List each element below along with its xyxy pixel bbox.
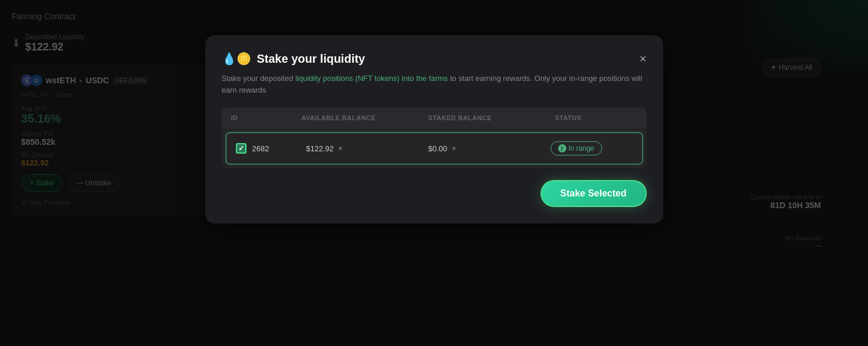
table-row: ✓ 2682 $122.92 ▼ $0.00 ▼ i In range <box>225 132 643 165</box>
modal-token-icons: 💧🪙 <box>222 52 251 66</box>
status-text: In range <box>569 144 595 152</box>
th-status: STATUS <box>555 114 637 121</box>
status-cell: i In range <box>550 141 633 155</box>
modal-title: Stake your liquidity <box>257 52 365 66</box>
modal-description: Stake your deposited liquidity positions… <box>222 73 647 96</box>
th-available-balance: AVAILABLE BALANCE <box>302 114 428 121</box>
position-table: ID AVAILABLE BALANCE STAKED BALANCE STAT… <box>222 107 647 168</box>
stake-selected-button[interactable]: Stake Selected <box>541 180 647 207</box>
modal-title-row: 💧🪙 Stake your liquidity <box>222 52 365 66</box>
th-staked-balance: STAKED BALANCE <box>428 114 555 121</box>
info-icon: i <box>558 144 566 152</box>
modal-close-button[interactable]: × <box>640 53 647 65</box>
row-id: 2682 <box>252 144 269 153</box>
staked-balance-cell: $0.00 ▼ <box>428 144 550 153</box>
row-checkbox[interactable]: ✓ <box>236 143 246 154</box>
available-balance-cell: $122.92 ▼ <box>306 144 428 153</box>
stake-liquidity-modal: 💧🪙 Stake your liquidity × Stake your dep… <box>205 35 663 223</box>
th-id: ID <box>231 114 302 121</box>
available-balance-value: $122.92 <box>306 144 334 153</box>
staked-balance-value: $0.00 <box>428 144 448 153</box>
table-header: ID AVAILABLE BALANCE STAKED BALANCE STAT… <box>222 107 647 128</box>
modal-overlay: 💧🪙 Stake your liquidity × Stake your dep… <box>0 0 868 346</box>
in-range-badge: i In range <box>550 141 602 155</box>
modal-header: 💧🪙 Stake your liquidity × <box>222 52 647 66</box>
modal-footer: Stake Selected <box>222 180 647 207</box>
row-id-cell: ✓ 2682 <box>236 143 306 154</box>
staked-balance-dropdown-icon[interactable]: ▼ <box>451 145 457 152</box>
available-balance-dropdown-icon[interactable]: ▼ <box>337 145 344 152</box>
